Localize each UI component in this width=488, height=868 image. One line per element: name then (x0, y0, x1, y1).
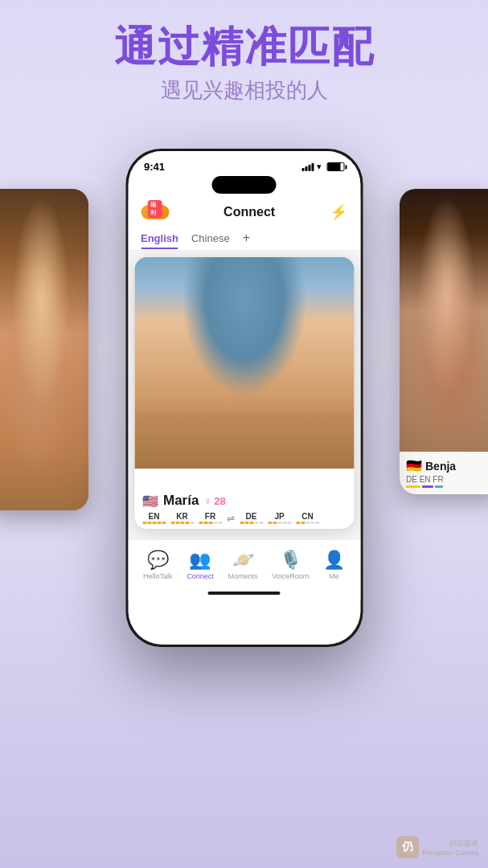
status-time: 9:41 (144, 161, 165, 173)
profile-name-row: 🇺🇸 María ♀ 28 (142, 493, 346, 509)
right-card-lang-dots (406, 485, 488, 488)
left-card-photo (0, 189, 88, 510)
nav-hellotalk[interactable]: 💬 HelloTalk (143, 550, 173, 580)
nav-moments[interactable]: 🪐 Moments (228, 550, 258, 580)
right-card-info: 🇩🇪 Benja DE EN FR (400, 452, 488, 494)
home-indicator (208, 592, 281, 595)
lang-fr: FR (199, 512, 222, 524)
lightning-icon[interactable]: ⚡ (330, 203, 347, 221)
right-card-name: Benja (425, 460, 456, 473)
hellotalk-icon: 💬 (147, 550, 169, 571)
nav-voiceroom[interactable]: 🎙️ VoiceRoom (272, 550, 309, 580)
phone-wrapper: 9:41 ▾ (125, 149, 363, 647)
vip-badge-label: 福利 (148, 200, 162, 218)
app-header: 福利 VIP Connect ⚡ (128, 199, 360, 226)
profile-info: 🇺🇸 María ♀ 28 EN (134, 486, 354, 529)
lang-de: DE (240, 512, 263, 524)
nav-me-label: Me (329, 572, 339, 580)
nav-connect[interactable]: 👥 Connect (187, 550, 214, 580)
lang-en: EN (142, 512, 166, 524)
right-card-photo (400, 189, 488, 494)
watermark-logo: 仍 (396, 836, 419, 858)
app-title: Connect (223, 205, 275, 219)
vip-badge[interactable]: 福利 VIP (141, 205, 169, 219)
profile-flag: 🇺🇸 (142, 493, 158, 509)
dynamic-island (212, 176, 277, 194)
header-section: 通过精准匹配 遇见兴趣相投的人 (0, 24, 488, 104)
right-card-flag: 🇩🇪 (406, 458, 422, 473)
card-area: 🇺🇸 María ♀ 28 EN (128, 251, 360, 600)
nav-moments-label: Moments (228, 572, 258, 580)
battery-icon (326, 162, 344, 171)
tabs-bar: English Chinese + (128, 226, 360, 251)
right-card-langs: DE EN FR (406, 475, 488, 484)
lang-row: EN KR (142, 512, 346, 524)
nav-voiceroom-label: VoiceRoom (272, 572, 309, 580)
header-title: 通过精准匹配 (0, 24, 488, 70)
nav-hellotalk-label: HelloTalk (143, 572, 173, 580)
nav-me[interactable]: 👤 Me (323, 550, 345, 580)
moments-icon: 🪐 (232, 550, 254, 571)
lang-kr: KR (170, 512, 194, 524)
tab-add-button[interactable]: + (243, 226, 250, 250)
phone-screen: 9:41 ▾ (128, 151, 360, 645)
watermark-line1: 仍玩游戏 (422, 838, 478, 849)
profile-name: María (163, 493, 199, 509)
connect-icon: 👥 (189, 550, 211, 571)
status-bar: 9:41 ▾ (128, 151, 360, 176)
profile-photo (134, 257, 354, 469)
gender-age: ♀ 28 (203, 495, 225, 507)
lang-cn: CN (296, 512, 319, 524)
side-card-left (0, 189, 88, 510)
lang-swap-icon: ⇌ (227, 513, 235, 524)
tab-chinese[interactable]: Chinese (191, 227, 230, 249)
side-card-right: 🇩🇪 Benja DE EN FR (400, 189, 488, 494)
header-subtitle: 遇见兴趣相投的人 (0, 76, 488, 104)
phone-frame: 9:41 ▾ (125, 149, 363, 647)
tab-english[interactable]: English (141, 227, 178, 249)
watermark-text-block: 仍玩游戏 Rengwan Games (422, 838, 478, 857)
wifi-icon: ▾ (317, 162, 322, 172)
lang-jp: JP (268, 512, 291, 524)
watermark-line2: Rengwan Games (422, 849, 478, 857)
signal-icon (301, 163, 314, 171)
watermark: 仍 仍玩游戏 Rengwan Games (396, 836, 478, 858)
bottom-nav: 💬 HelloTalk 👥 Connect 🪐 Moments 🎙️ Voice… (128, 539, 360, 600)
gender-icon: ♀ (203, 495, 211, 507)
me-icon: 👤 (323, 550, 345, 571)
photo-gradient (134, 404, 354, 469)
voiceroom-icon: 🎙️ (280, 550, 301, 571)
nav-connect-label: Connect (187, 572, 214, 580)
profile-card[interactable]: 🇺🇸 María ♀ 28 EN (134, 257, 354, 529)
age: 28 (214, 495, 225, 507)
status-icons: ▾ (301, 162, 344, 172)
